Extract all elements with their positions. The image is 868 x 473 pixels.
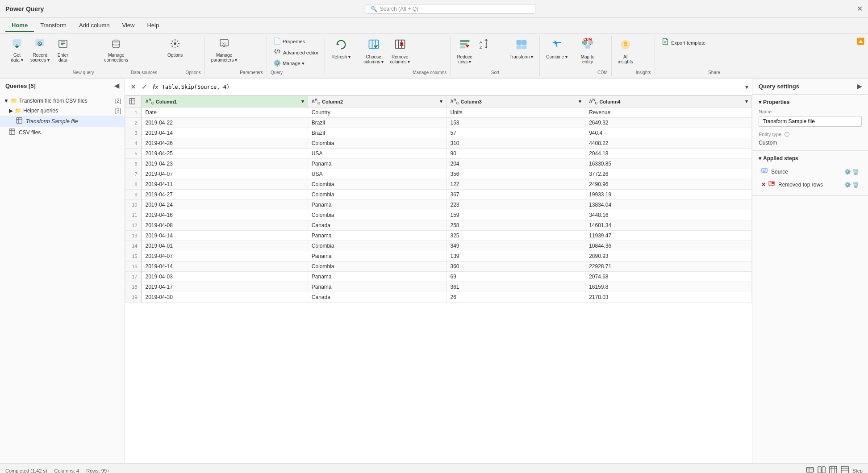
- row-num-cell: 9: [125, 190, 142, 200]
- formula-confirm-button[interactable]: ✓: [140, 83, 149, 91]
- export-template-button[interactable]: Export template: [659, 37, 708, 48]
- row-num-cell: 4: [125, 138, 142, 149]
- right-panel-expand-button[interactable]: ▶: [857, 83, 862, 90]
- col4-filter-icon[interactable]: ▾: [745, 99, 748, 104]
- tab-view[interactable]: View: [116, 19, 141, 32]
- col3-header[interactable]: ABC Column3 ▾: [447, 96, 585, 108]
- manage-button[interactable]: ⚙️ Manage ▾: [271, 58, 307, 67]
- step-removed-top-rows[interactable]: ✕ Removed top rows ⚙️ 🗑️: [759, 178, 862, 191]
- tab-add-column[interactable]: Add column: [73, 19, 116, 32]
- step-removed-top-rows-actions: ⚙️ 🗑️: [844, 182, 859, 188]
- ribbon-items-transform: Transform ▾: [507, 37, 536, 61]
- properties-label: Properties: [283, 39, 305, 44]
- advanced-editor-button[interactable]: Advanced editor: [271, 46, 321, 58]
- main-area: Queries [5] ◀ ▼ 📁 Transform file from CS…: [0, 79, 868, 463]
- options-label: Options: [167, 53, 183, 58]
- sidebar-item-helper-queries[interactable]: ▶ 📁 Helper queries [3]: [0, 106, 125, 116]
- properties-button[interactable]: 📄 Properties: [271, 37, 308, 46]
- step-removed-settings-button[interactable]: ⚙️: [844, 182, 851, 188]
- row-view-button[interactable]: [841, 466, 849, 473]
- ribbon-group-refresh: Refresh ▾: [325, 36, 357, 76]
- ai-insights-button[interactable]: AIinsights: [615, 37, 636, 66]
- tab-help[interactable]: Help: [141, 19, 165, 32]
- transform-button[interactable]: Transform ▾: [507, 37, 536, 61]
- col4-name: Column4: [599, 99, 620, 104]
- folder-icon: 📁: [11, 98, 17, 104]
- sidebar-item-csv-files[interactable]: CSV files: [0, 127, 125, 138]
- properties-title-text: Properties: [763, 99, 789, 105]
- manage-connections-button[interactable]: Manageconnections: [102, 37, 131, 64]
- step-removed-delete-button[interactable]: 🗑️: [852, 182, 859, 188]
- choose-columns-button[interactable]: Choosecolumns ▾: [361, 37, 386, 66]
- col3-cell: 153: [447, 118, 585, 128]
- col3-cell: 26: [447, 292, 585, 303]
- refresh-button[interactable]: Refresh ▾: [329, 37, 353, 61]
- formula-input[interactable]: [162, 84, 742, 90]
- col4-cell: 940.4: [585, 128, 752, 138]
- col1-cell: 2019-04-22: [142, 118, 308, 128]
- table-row: 18 2019-04-17 Panama 361 16159.8: [125, 282, 752, 292]
- export-template-label: Export template: [671, 40, 705, 46]
- remove-columns-button[interactable]: Removecolumns ▾: [387, 37, 413, 66]
- step-source[interactable]: Source ⚙️ 🗑️: [759, 165, 862, 178]
- entity-type-label: Entity type ⓘ: [759, 131, 862, 138]
- search-box[interactable]: 🔍 Search (Alt + Q): [366, 4, 535, 14]
- table-row: 8 2019-04-11 Colombia 122 2490.96: [125, 179, 752, 190]
- col4-header[interactable]: ABC Column4 ▾: [585, 96, 752, 108]
- row-num-cell: 6: [125, 159, 142, 169]
- ribbon-group-share: Export template Share: [655, 36, 724, 76]
- combine-icon: [551, 38, 563, 54]
- collapse-ribbon-button[interactable]: 🔼: [857, 37, 864, 45]
- col2-header[interactable]: ABC Column2 ▾: [308, 96, 447, 108]
- advanced-editor-label: Advanced editor: [283, 50, 319, 55]
- col1-filter-icon[interactable]: ▾: [301, 99, 304, 104]
- col1-header[interactable]: ABC Column1 ▾: [142, 96, 308, 108]
- svg-rect-57: [818, 467, 821, 473]
- search-placeholder: Search (Alt + Q): [380, 6, 418, 12]
- formula-cancel-button[interactable]: ✕: [129, 83, 138, 91]
- ribbon-group-label-cdm: CDM: [597, 68, 608, 75]
- table-view-button[interactable]: [829, 466, 837, 473]
- applied-steps-chevron: ▾: [759, 155, 761, 162]
- sidebar-collapse-button[interactable]: ◀: [114, 82, 119, 89]
- reduce-rows-button[interactable]: Reducerows ▾: [454, 37, 475, 66]
- tab-home[interactable]: Home: [5, 19, 34, 32]
- enter-data-icon: [58, 38, 68, 52]
- combine-button[interactable]: Combine ▾: [543, 37, 570, 61]
- two-column-view-button[interactable]: [818, 466, 826, 473]
- svg-line-10: [276, 50, 278, 54]
- ribbon-group-label-options: Options: [185, 68, 200, 75]
- get-data-button[interactable]: Getdata ▾: [7, 37, 27, 64]
- col3-filter-icon[interactable]: ▾: [579, 99, 581, 104]
- options-button[interactable]: Options: [165, 37, 185, 59]
- ribbon: Getdata ▾ Recentsources ▾: [0, 34, 868, 79]
- sidebar-item-transform-file[interactable]: ▼ 📁 Transform file from CSV files [2]: [0, 96, 125, 106]
- sidebar-item-transform-sample-file[interactable]: Transform Sample file: [0, 116, 125, 127]
- ribbon-group-label-sort: Sort: [491, 68, 499, 75]
- col2-cell: Colombia: [308, 261, 447, 272]
- map-to-entity-button[interactable]: CDM Map toentity: [578, 37, 597, 66]
- col1-cell: 2019-04-01: [142, 241, 308, 251]
- sort-button[interactable]: A Z: [476, 37, 491, 55]
- row-num-cell: 16: [125, 261, 142, 272]
- step-source-delete-button[interactable]: 🗑️: [852, 169, 859, 175]
- manage-icon: ⚙️: [273, 59, 281, 66]
- col1-type-icon: ABC: [146, 98, 154, 105]
- step-view-button[interactable]: [806, 466, 814, 473]
- enter-data-button[interactable]: Enterdata: [53, 37, 73, 64]
- close-button[interactable]: ✕: [857, 4, 863, 13]
- manage-parameters-button[interactable]: {x} Manageparameters ▾: [209, 37, 240, 64]
- ribbon-group-parameters: {x} Manageparameters ▾ Parameters: [205, 36, 267, 76]
- tab-transform[interactable]: Transform: [34, 19, 73, 32]
- sidebar-tree: ▼ 📁 Transform file from CSV files [2] ▶ …: [0, 93, 125, 463]
- step-source-settings-button[interactable]: ⚙️: [844, 169, 851, 175]
- col2-filter-icon[interactable]: ▾: [440, 99, 442, 104]
- helper-queries-label: Helper queries: [23, 108, 58, 114]
- status-completed: Completed (1.42 s): [5, 468, 47, 473]
- app-title: Power Query: [5, 5, 44, 12]
- recent-sources-button[interactable]: Recentsources ▾: [28, 37, 52, 64]
- query-name-input[interactable]: [759, 116, 862, 127]
- svg-rect-31: [588, 41, 593, 44]
- col3-cell: 361: [447, 282, 585, 292]
- formula-expand-button[interactable]: ▾: [745, 83, 748, 91]
